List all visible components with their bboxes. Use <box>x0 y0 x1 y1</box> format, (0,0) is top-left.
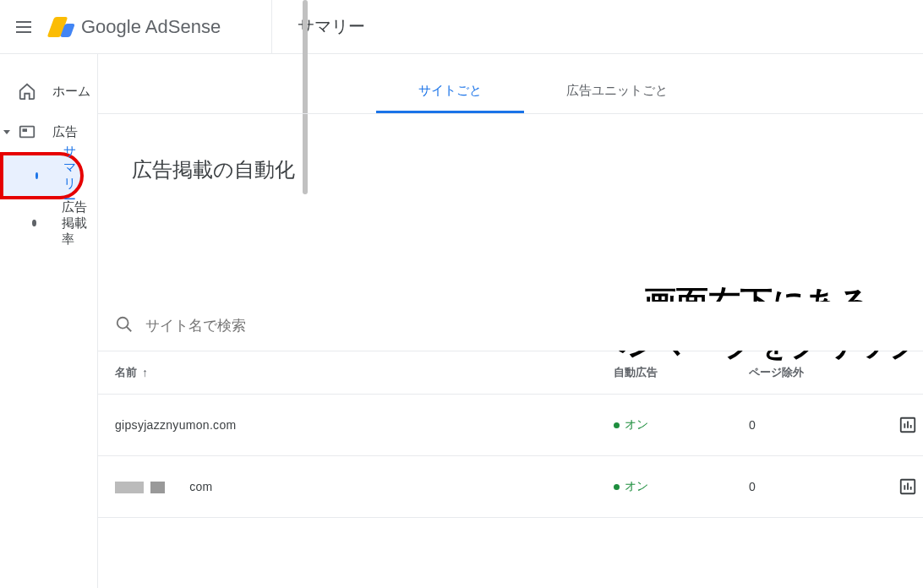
svg-point-2 <box>117 318 128 329</box>
search-input[interactable] <box>145 318 923 335</box>
sidebar-item-ad-rate[interactable]: 広告掲載率 <box>0 199 97 247</box>
auto-ads-status: オン <box>614 417 749 433</box>
page-exclude-count: 0 <box>749 418 893 432</box>
sidebar-item-label: 広告掲載率 <box>62 199 97 248</box>
main-content: サイトごと 広告ユニットごと 広告掲載の自動化 画面右下にある ペンマークをクリ… <box>98 54 923 588</box>
sidebar-item-label: ホーム <box>52 84 90 100</box>
logo[interactable]: Google AdSense <box>47 14 221 41</box>
sidebar-item-ads[interactable]: 広告 <box>0 112 97 152</box>
sidebar: ホーム 広告 サマリー 広告掲載率 <box>0 54 98 588</box>
bullet-icon <box>32 220 36 226</box>
tab-by-site[interactable]: サイトごと <box>376 71 524 113</box>
section-title: 広告掲載の自動化 <box>98 114 923 209</box>
site-name: com <box>115 480 614 493</box>
search-icon <box>115 315 134 337</box>
table-row: gipsyjazznyumon.com オン 0 <box>98 395 923 456</box>
column-header-name[interactable]: 名前 ↑ <box>115 365 614 380</box>
app-header: Google AdSense サマリー <box>0 0 923 54</box>
tabs: サイトごと 広告ユニットごと <box>98 71 923 114</box>
sidebar-item-home[interactable]: ホーム <box>0 71 97 112</box>
search-bar <box>98 302 923 351</box>
svg-rect-1 <box>23 128 28 132</box>
home-icon <box>17 81 37 101</box>
tab-by-unit[interactable]: 広告ユニットごと <box>524 71 710 113</box>
column-header-auto-ads: 自動広告 <box>614 365 749 380</box>
hamburger-menu-icon[interactable] <box>14 17 34 37</box>
bullet-icon <box>36 172 38 179</box>
page-exclude-count: 0 <box>749 480 893 493</box>
redacted-text <box>115 482 186 493</box>
site-name: gipsyjazznyumon.com <box>115 418 614 432</box>
adsense-logo-icon <box>47 14 74 41</box>
sort-ascending-icon: ↑ <box>142 366 148 379</box>
auto-ads-status: オン <box>614 479 749 494</box>
page-title: サマリー <box>271 0 365 53</box>
sidebar-item-summary[interactable]: サマリー <box>0 152 84 199</box>
report-button[interactable] <box>893 471 923 502</box>
sidebar-item-label: 広告 <box>52 124 78 140</box>
table-row: com オン 0 <box>98 456 923 518</box>
report-button[interactable] <box>893 410 923 440</box>
logo-text: Google AdSense <box>81 16 221 38</box>
column-header-page-exclude: ページ除外 <box>749 365 923 380</box>
ad-box-icon <box>17 122 37 142</box>
